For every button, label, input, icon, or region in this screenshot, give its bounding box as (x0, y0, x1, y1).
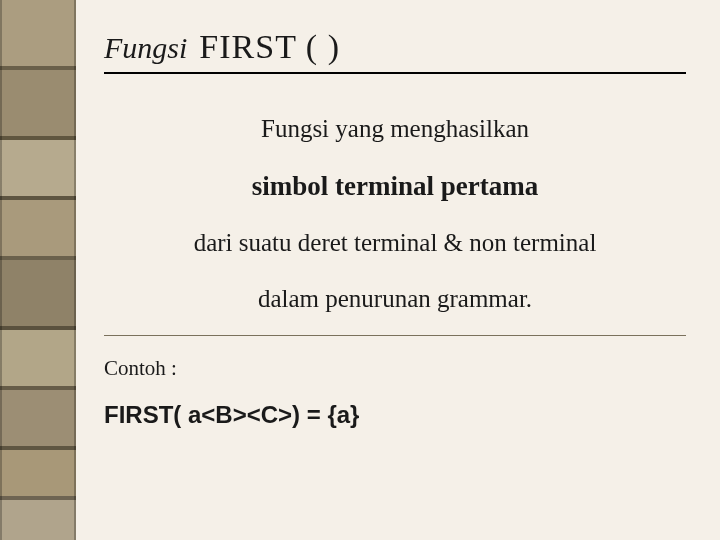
slide-title: Fungsi FIRST ( ) (104, 28, 686, 74)
example-expression: FIRST( a<B><C>) = {a} (104, 401, 686, 429)
definition-line-2-bold: simbol terminal pertama (104, 166, 686, 207)
example-label: Contoh : (104, 356, 686, 381)
definition-line-3: dari suatu deret terminal & non terminal (104, 224, 686, 262)
horizontal-divider (104, 335, 686, 336)
definition-line-1: Fungsi yang menghasilkan (104, 110, 686, 148)
definition-line-4: dalam penurunan grammar. (104, 280, 686, 318)
title-label: Fungsi (104, 31, 187, 65)
stone-sidebar (0, 0, 76, 540)
definition-block: Fungsi yang menghasilkan simbol terminal… (104, 110, 686, 317)
slide-content: Fungsi FIRST ( ) Fungsi yang menghasilka… (76, 0, 720, 540)
title-function-name: FIRST ( ) (199, 28, 340, 66)
